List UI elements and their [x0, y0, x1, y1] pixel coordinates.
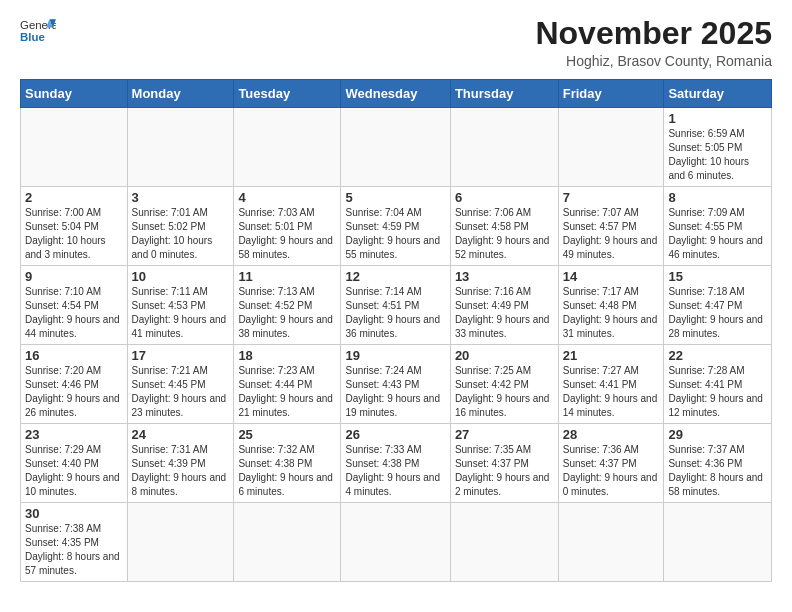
- day-info: Sunrise: 6:59 AM Sunset: 5:05 PM Dayligh…: [668, 127, 767, 183]
- day-number: 10: [132, 269, 230, 284]
- day-info: Sunrise: 7:16 AM Sunset: 4:49 PM Dayligh…: [455, 285, 554, 341]
- day-info: Sunrise: 7:01 AM Sunset: 5:02 PM Dayligh…: [132, 206, 230, 262]
- day-number: 16: [25, 348, 123, 363]
- calendar-day-cell: 1Sunrise: 6:59 AM Sunset: 5:05 PM Daylig…: [664, 108, 772, 187]
- calendar-day-header: Saturday: [664, 80, 772, 108]
- page: General Blue November 2025 Hoghiz, Braso…: [0, 0, 792, 592]
- calendar-day-header: Sunday: [21, 80, 128, 108]
- calendar-day-cell: 11Sunrise: 7:13 AM Sunset: 4:52 PM Dayli…: [234, 266, 341, 345]
- calendar-week-row: 1Sunrise: 6:59 AM Sunset: 5:05 PM Daylig…: [21, 108, 772, 187]
- calendar-day-header: Thursday: [450, 80, 558, 108]
- day-number: 28: [563, 427, 660, 442]
- calendar-day-cell: 19Sunrise: 7:24 AM Sunset: 4:43 PM Dayli…: [341, 345, 450, 424]
- calendar-week-row: 23Sunrise: 7:29 AM Sunset: 4:40 PM Dayli…: [21, 424, 772, 503]
- day-info: Sunrise: 7:38 AM Sunset: 4:35 PM Dayligh…: [25, 522, 123, 578]
- calendar-day-cell: 27Sunrise: 7:35 AM Sunset: 4:37 PM Dayli…: [450, 424, 558, 503]
- calendar-day-cell: 17Sunrise: 7:21 AM Sunset: 4:45 PM Dayli…: [127, 345, 234, 424]
- day-info: Sunrise: 7:21 AM Sunset: 4:45 PM Dayligh…: [132, 364, 230, 420]
- day-number: 11: [238, 269, 336, 284]
- day-info: Sunrise: 7:23 AM Sunset: 4:44 PM Dayligh…: [238, 364, 336, 420]
- generalblue-logo-icon: General Blue: [20, 16, 56, 44]
- calendar-day-header: Tuesday: [234, 80, 341, 108]
- calendar-day-cell: 26Sunrise: 7:33 AM Sunset: 4:38 PM Dayli…: [341, 424, 450, 503]
- day-info: Sunrise: 7:09 AM Sunset: 4:55 PM Dayligh…: [668, 206, 767, 262]
- calendar-day-cell: 29Sunrise: 7:37 AM Sunset: 4:36 PM Dayli…: [664, 424, 772, 503]
- calendar-day-cell: 6Sunrise: 7:06 AM Sunset: 4:58 PM Daylig…: [450, 187, 558, 266]
- day-number: 2: [25, 190, 123, 205]
- day-info: Sunrise: 7:17 AM Sunset: 4:48 PM Dayligh…: [563, 285, 660, 341]
- day-number: 30: [25, 506, 123, 521]
- calendar-day-cell: 16Sunrise: 7:20 AM Sunset: 4:46 PM Dayli…: [21, 345, 128, 424]
- calendar-day-cell: 23Sunrise: 7:29 AM Sunset: 4:40 PM Dayli…: [21, 424, 128, 503]
- calendar-day-header: Monday: [127, 80, 234, 108]
- day-number: 8: [668, 190, 767, 205]
- day-info: Sunrise: 7:36 AM Sunset: 4:37 PM Dayligh…: [563, 443, 660, 499]
- calendar-day-cell: [450, 108, 558, 187]
- calendar-day-cell: 18Sunrise: 7:23 AM Sunset: 4:44 PM Dayli…: [234, 345, 341, 424]
- day-number: 13: [455, 269, 554, 284]
- calendar-day-cell: 30Sunrise: 7:38 AM Sunset: 4:35 PM Dayli…: [21, 503, 128, 582]
- day-number: 20: [455, 348, 554, 363]
- day-info: Sunrise: 7:03 AM Sunset: 5:01 PM Dayligh…: [238, 206, 336, 262]
- day-info: Sunrise: 7:29 AM Sunset: 4:40 PM Dayligh…: [25, 443, 123, 499]
- month-title: November 2025: [535, 16, 772, 51]
- day-number: 17: [132, 348, 230, 363]
- day-number: 27: [455, 427, 554, 442]
- calendar-day-cell: [558, 108, 664, 187]
- calendar-day-cell: [341, 503, 450, 582]
- calendar-day-cell: 15Sunrise: 7:18 AM Sunset: 4:47 PM Dayli…: [664, 266, 772, 345]
- day-info: Sunrise: 7:27 AM Sunset: 4:41 PM Dayligh…: [563, 364, 660, 420]
- day-number: 5: [345, 190, 445, 205]
- day-info: Sunrise: 7:06 AM Sunset: 4:58 PM Dayligh…: [455, 206, 554, 262]
- day-number: 18: [238, 348, 336, 363]
- day-info: Sunrise: 7:25 AM Sunset: 4:42 PM Dayligh…: [455, 364, 554, 420]
- calendar-day-cell: [127, 503, 234, 582]
- calendar-day-header: Friday: [558, 80, 664, 108]
- header: General Blue November 2025 Hoghiz, Braso…: [20, 16, 772, 69]
- day-info: Sunrise: 7:37 AM Sunset: 4:36 PM Dayligh…: [668, 443, 767, 499]
- calendar-header-row: SundayMondayTuesdayWednesdayThursdayFrid…: [21, 80, 772, 108]
- title-block: November 2025 Hoghiz, Brasov County, Rom…: [535, 16, 772, 69]
- calendar-week-row: 30Sunrise: 7:38 AM Sunset: 4:35 PM Dayli…: [21, 503, 772, 582]
- calendar-day-cell: 20Sunrise: 7:25 AM Sunset: 4:42 PM Dayli…: [450, 345, 558, 424]
- calendar-day-cell: 24Sunrise: 7:31 AM Sunset: 4:39 PM Dayli…: [127, 424, 234, 503]
- day-number: 19: [345, 348, 445, 363]
- day-info: Sunrise: 7:04 AM Sunset: 4:59 PM Dayligh…: [345, 206, 445, 262]
- day-info: Sunrise: 7:20 AM Sunset: 4:46 PM Dayligh…: [25, 364, 123, 420]
- day-info: Sunrise: 7:07 AM Sunset: 4:57 PM Dayligh…: [563, 206, 660, 262]
- calendar-week-row: 9Sunrise: 7:10 AM Sunset: 4:54 PM Daylig…: [21, 266, 772, 345]
- day-number: 3: [132, 190, 230, 205]
- day-number: 4: [238, 190, 336, 205]
- day-number: 26: [345, 427, 445, 442]
- svg-text:Blue: Blue: [20, 31, 45, 43]
- day-info: Sunrise: 7:33 AM Sunset: 4:38 PM Dayligh…: [345, 443, 445, 499]
- calendar-day-cell: 10Sunrise: 7:11 AM Sunset: 4:53 PM Dayli…: [127, 266, 234, 345]
- calendar-week-row: 16Sunrise: 7:20 AM Sunset: 4:46 PM Dayli…: [21, 345, 772, 424]
- day-info: Sunrise: 7:14 AM Sunset: 4:51 PM Dayligh…: [345, 285, 445, 341]
- calendar-day-cell: 22Sunrise: 7:28 AM Sunset: 4:41 PM Dayli…: [664, 345, 772, 424]
- day-info: Sunrise: 7:35 AM Sunset: 4:37 PM Dayligh…: [455, 443, 554, 499]
- day-number: 7: [563, 190, 660, 205]
- calendar-day-cell: 13Sunrise: 7:16 AM Sunset: 4:49 PM Dayli…: [450, 266, 558, 345]
- day-number: 15: [668, 269, 767, 284]
- day-info: Sunrise: 7:32 AM Sunset: 4:38 PM Dayligh…: [238, 443, 336, 499]
- day-info: Sunrise: 7:28 AM Sunset: 4:41 PM Dayligh…: [668, 364, 767, 420]
- calendar-day-cell: [234, 503, 341, 582]
- day-number: 9: [25, 269, 123, 284]
- day-number: 6: [455, 190, 554, 205]
- calendar-day-cell: 12Sunrise: 7:14 AM Sunset: 4:51 PM Dayli…: [341, 266, 450, 345]
- day-info: Sunrise: 7:10 AM Sunset: 4:54 PM Dayligh…: [25, 285, 123, 341]
- day-number: 24: [132, 427, 230, 442]
- calendar-day-cell: 9Sunrise: 7:10 AM Sunset: 4:54 PM Daylig…: [21, 266, 128, 345]
- calendar-day-cell: [558, 503, 664, 582]
- calendar-day-cell: [21, 108, 128, 187]
- day-info: Sunrise: 7:18 AM Sunset: 4:47 PM Dayligh…: [668, 285, 767, 341]
- day-info: Sunrise: 7:13 AM Sunset: 4:52 PM Dayligh…: [238, 285, 336, 341]
- day-number: 1: [668, 111, 767, 126]
- subtitle: Hoghiz, Brasov County, Romania: [535, 53, 772, 69]
- calendar-day-cell: [234, 108, 341, 187]
- day-number: 21: [563, 348, 660, 363]
- calendar-day-cell: 4Sunrise: 7:03 AM Sunset: 5:01 PM Daylig…: [234, 187, 341, 266]
- day-number: 14: [563, 269, 660, 284]
- calendar-day-cell: [450, 503, 558, 582]
